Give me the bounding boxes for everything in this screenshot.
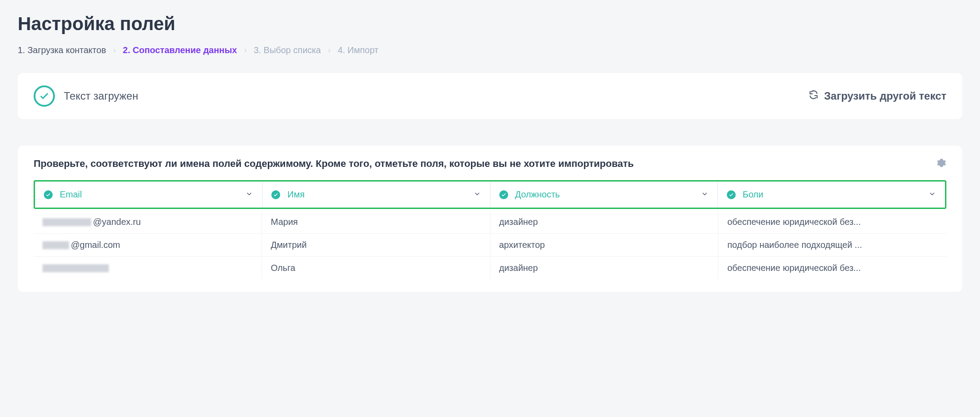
cell-role: дизайнер	[490, 211, 719, 233]
chevron-down-icon	[473, 190, 481, 200]
table-body: @yandex.ru Мария дизайнер обеспечение юр…	[34, 211, 946, 279]
check-badge-icon	[499, 190, 508, 199]
column-header-pain[interactable]: Боли	[718, 181, 945, 208]
chevron-down-icon	[701, 190, 709, 200]
redacted-text	[42, 218, 91, 226]
check-badge-icon	[727, 190, 736, 199]
breadcrumb-step-1[interactable]: 1. Загрузка контактов	[18, 45, 106, 55]
mapping-instructions: Проверьте, соответствуют ли имена полей …	[34, 158, 634, 170]
column-label: Email	[60, 189, 82, 200]
chevron-right-icon: ›	[113, 46, 116, 55]
reload-button[interactable]: Загрузить другой текст	[808, 89, 946, 103]
table-row: @gmail.com Дмитрий архитектор подбор наи…	[34, 234, 946, 257]
cell-role: архитектор	[490, 234, 719, 256]
column-header-role[interactable]: Должность	[490, 181, 718, 208]
cell-email: @gmail.com	[34, 234, 262, 256]
breadcrumb-step-4[interactable]: 4. Импорт	[338, 45, 378, 55]
chevron-right-icon: ›	[328, 46, 331, 55]
column-label: Боли	[743, 189, 764, 200]
breadcrumb: 1. Загрузка контактов › 2. Сопоставление…	[18, 45, 962, 55]
cell-name: Мария	[262, 211, 490, 233]
status-card: Текст загружен Загрузить другой текст	[18, 73, 962, 119]
breadcrumb-step-2[interactable]: 2. Сопоставление данных	[123, 45, 237, 55]
column-mapping-highlight: Email Имя Должность	[34, 180, 946, 209]
column-label: Имя	[287, 189, 305, 200]
redacted-text	[42, 264, 109, 272]
check-badge-icon	[44, 190, 53, 199]
cell-pain: обеспечение юридической без...	[718, 211, 946, 233]
cell-name: Дмитрий	[262, 234, 490, 256]
page-title: Настройка полей	[18, 13, 962, 35]
breadcrumb-step-3[interactable]: 3. Выбор списка	[254, 45, 321, 55]
table-row: @yandex.ru Мария дизайнер обеспечение юр…	[34, 211, 946, 234]
check-circle-icon	[34, 85, 55, 107]
cell-pain: обеспечение юридической без...	[718, 257, 946, 279]
cell-name: Ольга	[262, 257, 490, 279]
redacted-text	[42, 241, 69, 249]
gear-icon[interactable]	[937, 158, 946, 170]
column-header-name[interactable]: Имя	[262, 181, 490, 208]
mapping-card: Проверьте, соответствуют ли имена полей …	[18, 146, 962, 292]
check-badge-icon	[271, 190, 280, 199]
cell-email	[34, 257, 262, 279]
reload-label: Загрузить другой текст	[824, 90, 946, 102]
chevron-down-icon	[245, 190, 253, 200]
table-headers: Email Имя Должность	[35, 181, 945, 208]
column-label: Должность	[515, 189, 560, 200]
cell-email: @yandex.ru	[34, 211, 262, 233]
status-text: Текст загружен	[64, 90, 138, 102]
chevron-right-icon: ›	[244, 46, 247, 55]
chevron-down-icon	[928, 190, 936, 200]
table-row: Ольга дизайнер обеспечение юридической б…	[34, 257, 946, 279]
reload-icon	[808, 89, 819, 103]
cell-role: дизайнер	[490, 257, 719, 279]
column-header-email[interactable]: Email	[35, 181, 262, 208]
cell-pain: подбор наиболее подходящей ...	[718, 234, 946, 256]
